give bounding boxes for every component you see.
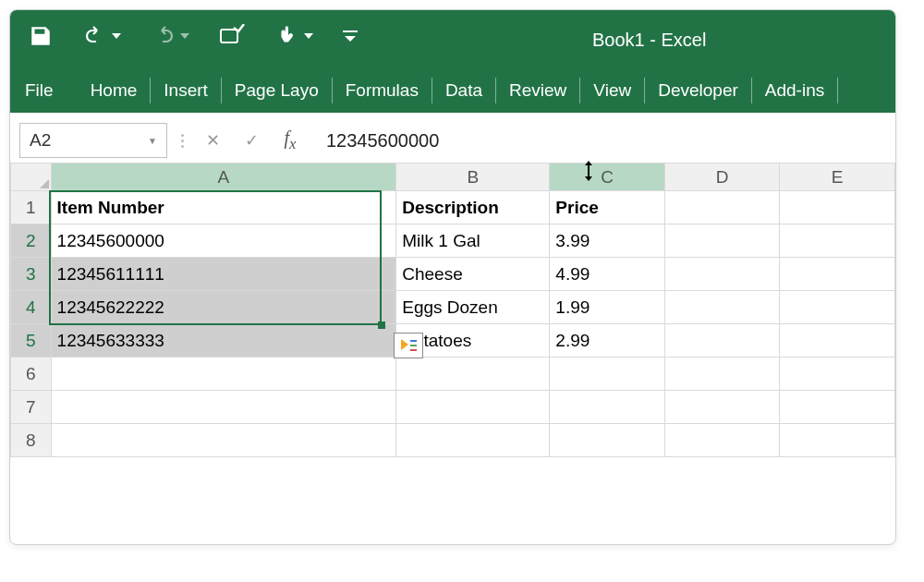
cell-E5[interactable]: [780, 324, 895, 358]
svg-rect-0: [221, 30, 237, 42]
cancel-icon[interactable]: ✕: [197, 125, 228, 156]
fx-icon[interactable]: fx: [274, 125, 306, 156]
chevron-down-icon[interactable]: ▼: [148, 136, 157, 146]
worksheet[interactable]: A B C D E 1 Item Number Description Pric…: [10, 163, 895, 457]
row-header-8[interactable]: 8: [11, 424, 52, 457]
customize-qat-icon[interactable]: [343, 29, 358, 43]
row-header-7[interactable]: 7: [11, 391, 52, 424]
cell-C8[interactable]: [550, 424, 665, 457]
svg-rect-4: [410, 349, 417, 351]
excel-window: Book1 - Excel File Home Insert Page Layo…: [9, 9, 896, 545]
cell-B4[interactable]: Eggs Dozen: [396, 291, 550, 324]
svg-rect-2: [410, 340, 417, 342]
cell-D1[interactable]: [664, 191, 780, 224]
name-box[interactable]: A2 ▼: [19, 123, 167, 158]
quick-access-toolbar: [29, 23, 358, 49]
row-header-6[interactable]: 6: [11, 358, 52, 391]
cell-A3[interactable]: 12345611111: [51, 258, 396, 291]
cell-C6[interactable]: [550, 358, 665, 391]
cell-B7[interactable]: [396, 391, 550, 424]
row-header-4[interactable]: 4: [11, 291, 52, 324]
tab-formulas[interactable]: Formulas: [333, 78, 432, 103]
quick-analysis-button[interactable]: [394, 333, 423, 358]
row-header-5[interactable]: 5: [11, 324, 52, 358]
save-icon[interactable]: [29, 24, 53, 48]
row-header-2[interactable]: 2: [11, 224, 52, 258]
cell-D2[interactable]: [664, 224, 780, 258]
tab-home[interactable]: Home: [67, 78, 152, 103]
cell-D6[interactable]: [664, 358, 780, 391]
cell-A1[interactable]: Item Number: [51, 191, 396, 224]
cell-E6[interactable]: [780, 358, 895, 391]
cell-A8[interactable]: [51, 424, 396, 457]
name-box-value: A2: [30, 130, 51, 151]
cell-C4[interactable]: 1.99: [550, 291, 665, 324]
cell-C7[interactable]: [550, 391, 665, 424]
cell-C2[interactable]: 3.99: [550, 224, 665, 258]
fill-handle[interactable]: [378, 321, 385, 329]
column-headers[interactable]: A B C D E: [11, 164, 895, 191]
svg-rect-1: [343, 30, 358, 32]
window-title: Book1 - Excel: [592, 30, 706, 51]
ribbon: Book1 - Excel File Home Insert Page Layo…: [10, 10, 895, 113]
spellcheck-icon[interactable]: [219, 24, 247, 48]
formula-bar-splitter[interactable]: [175, 134, 189, 148]
cell-C1[interactable]: Price: [550, 191, 665, 224]
tab-pagelayout[interactable]: Page Layo: [222, 78, 333, 103]
select-all[interactable]: [11, 164, 52, 191]
redo-icon[interactable]: [151, 25, 189, 47]
row-header-3[interactable]: 3: [11, 258, 52, 291]
touch-mode-icon[interactable]: [276, 23, 313, 49]
undo-icon[interactable]: [82, 25, 121, 47]
cell-A2[interactable]: 12345600000: [51, 224, 396, 258]
cell-E7[interactable]: [780, 391, 895, 424]
cell-A5[interactable]: 12345633333: [51, 324, 396, 358]
ribbon-tabs: File Home Insert Page Layo Formulas Data…: [21, 78, 895, 103]
tab-view[interactable]: View: [580, 78, 645, 103]
cell-B8[interactable]: [396, 424, 550, 457]
cell-D3[interactable]: [664, 258, 780, 291]
formula-input[interactable]: 12345600000: [313, 130, 886, 152]
cell-E8[interactable]: [780, 424, 895, 457]
cell-B1[interactable]: Description: [396, 191, 550, 224]
tab-developer[interactable]: Developer: [645, 78, 752, 103]
col-header-D[interactable]: D: [664, 164, 780, 191]
cell-E2[interactable]: [780, 224, 895, 258]
cell-C5[interactable]: 2.99: [550, 324, 665, 358]
cell-E3[interactable]: [780, 258, 895, 291]
col-header-B[interactable]: B: [396, 164, 550, 191]
col-header-A[interactable]: A: [51, 164, 396, 191]
cell-B2[interactable]: Milk 1 Gal: [396, 224, 550, 258]
formula-bar: A2 ▼ ✕ ✓ fx 12345600000: [10, 113, 895, 163]
cell-A7[interactable]: [51, 391, 396, 424]
svg-rect-3: [410, 345, 417, 346]
cell-E1[interactable]: [780, 191, 895, 224]
tab-review[interactable]: Review: [496, 78, 580, 103]
cell-E4[interactable]: [780, 291, 895, 324]
enter-icon[interactable]: ✓: [236, 125, 267, 156]
cell-B3[interactable]: Cheese: [396, 258, 550, 291]
cell-A6[interactable]: [51, 358, 396, 391]
cell-D5[interactable]: [664, 324, 780, 358]
cell-D8[interactable]: [664, 424, 780, 457]
tab-addins[interactable]: Add-ins: [752, 78, 838, 103]
col-header-E[interactable]: E: [780, 164, 895, 191]
tab-file[interactable]: File: [21, 78, 67, 103]
cell-D7[interactable]: [664, 391, 780, 424]
cell-D4[interactable]: [664, 291, 780, 324]
cell-C3[interactable]: 4.99: [550, 258, 665, 291]
col-header-C[interactable]: C: [550, 164, 665, 191]
tab-insert[interactable]: Insert: [151, 78, 222, 103]
cell-A4[interactable]: 12345622222: [51, 291, 396, 324]
cell-B6[interactable]: [396, 358, 550, 391]
tab-data[interactable]: Data: [432, 78, 496, 103]
row-header-1[interactable]: 1: [11, 191, 52, 224]
